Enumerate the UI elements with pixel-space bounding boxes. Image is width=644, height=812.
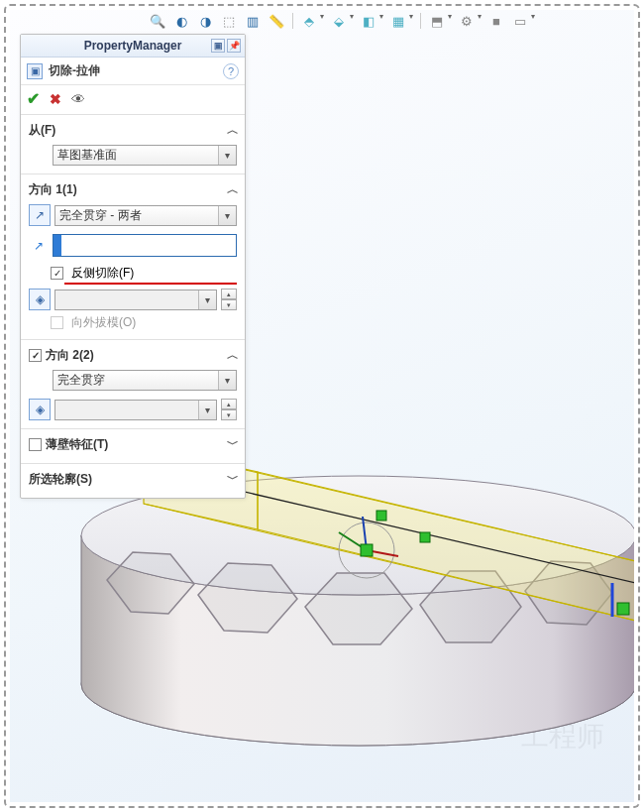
dir1-endcond-combo[interactable]: 完全贯穿 - 两者 ▾ <box>54 205 237 226</box>
caret-icon: ▾ <box>198 401 216 419</box>
dir1-endcond: 完全贯穿 - 两者 <box>59 207 142 224</box>
contours-label: 所选轮廓(S) <box>29 471 92 488</box>
pm-title: PropertyManager <box>84 39 182 53</box>
dir1-section: 方向 1(1) ︿ ↗ 完全贯穿 - 两者 ▾ ↗ ✓ 反侧切除(F) <box>21 174 245 339</box>
cancel-button[interactable]: ✖ <box>50 91 61 107</box>
chevron-down-icon[interactable]: ﹀ <box>227 471 239 488</box>
icon-measure[interactable]: 📏 <box>268 12 285 30</box>
feature-title: 切除-拉伸 <box>49 62 100 79</box>
flip-label: 反侧切除(F) <box>71 265 134 282</box>
icon-display4[interactable]: ▦ <box>389 12 407 30</box>
icon-d5[interactable]: ⬒ <box>428 12 446 30</box>
pm-header: PropertyManager ▣ 📌 <box>21 35 245 58</box>
reverse-dir-icon[interactable]: ↗ <box>29 204 51 226</box>
icon-d8[interactable]: ▭ <box>511 12 529 30</box>
dir2-endcond-combo[interactable]: 完全贯穿 ▾ <box>53 370 237 391</box>
spinner[interactable]: ▴▾ <box>221 289 237 310</box>
preview-icon[interactable]: 👁 <box>71 91 85 107</box>
dir1-vector-input[interactable] <box>53 234 237 257</box>
separator <box>420 13 421 29</box>
help-icon[interactable]: ? <box>223 63 239 79</box>
icon-section[interactable]: ▥ <box>244 12 262 30</box>
direction-arrow-icon: ↗ <box>29 236 49 256</box>
annotation-underline <box>64 283 237 285</box>
icon-view2[interactable]: ◑ <box>196 12 214 30</box>
draft-icon[interactable]: ◈ <box>29 289 51 310</box>
chevron-up-icon[interactable]: ︿ <box>227 181 239 198</box>
separator <box>292 13 293 29</box>
contours-section: 所选轮廓(S) ﹀ <box>21 463 245 498</box>
dir2-label: 方向 2(2) <box>46 347 94 364</box>
property-manager-panel: PropertyManager ▣ 📌 ▣ 切除-拉伸 ? ✔ ✖ 👁 从(F)… <box>20 34 246 499</box>
dir2-section: ✓ 方向 2(2) ︿ 完全贯穿 ▾ ◈ ▾ ▴▾ <box>21 339 245 428</box>
svg-rect-10 <box>420 532 430 542</box>
caret-icon: ▾ <box>218 206 236 225</box>
icon-view1[interactable]: ◐ <box>172 12 190 30</box>
icon-d7[interactable]: ■ <box>487 12 505 30</box>
icon-display1[interactable]: ⬘ <box>300 12 318 30</box>
cut-extrude-icon: ▣ <box>27 63 43 79</box>
draft-label: 向外拔模(O) <box>71 314 136 331</box>
dir2-endcond: 完全贯穿 <box>57 372 105 389</box>
feature-header: ▣ 切除-拉伸 ? <box>21 58 245 85</box>
dir2-checkbox[interactable]: ✓ <box>29 349 42 362</box>
from-value: 草图基准面 <box>57 147 117 164</box>
spinner[interactable]: ▴▾ <box>221 399 237 420</box>
svg-rect-9 <box>376 511 386 521</box>
dir2-draft-combo: ▾ <box>54 400 217 420</box>
icon-display3[interactable]: ◧ <box>360 12 377 30</box>
from-section: 从(F) ︿ 草图基准面 ▾ <box>21 114 245 174</box>
thin-section: 薄壁特征(T) ﹀ <box>21 428 245 463</box>
svg-rect-3 <box>617 603 629 615</box>
icon-zoom[interactable]: 🔍 <box>149 12 166 30</box>
svg-rect-8 <box>361 544 373 556</box>
icon-d6[interactable]: ⚙ <box>458 12 476 30</box>
confirm-row: ✔ ✖ 👁 <box>21 85 245 114</box>
chevron-up-icon[interactable]: ︿ <box>227 122 239 139</box>
from-label: 从(F) <box>29 122 55 139</box>
dir1-draft-combo: ▾ <box>54 290 217 310</box>
caret-icon: ▾ <box>218 146 236 165</box>
thin-label: 薄壁特征(T) <box>46 436 108 453</box>
caret-icon: ▾ <box>198 290 216 309</box>
icon-view3[interactable]: ⬚ <box>220 12 238 30</box>
flip-side-checkbox[interactable]: ✓ <box>51 267 63 280</box>
draft-icon-2[interactable]: ◈ <box>29 399 51 420</box>
chevron-down-icon[interactable]: ﹀ <box>227 436 239 453</box>
dir1-label: 方向 1(1) <box>29 181 77 198</box>
chevron-up-icon[interactable]: ︿ <box>227 347 239 364</box>
view-toolbar: 🔍 ◐ ◑ ⬚ ▥ 📏 ⬘▾ ⬙▾ ◧▾ ▦▾ ⬒▾ ⚙▾ ■ ▭▾ <box>149 12 535 34</box>
pm-keep-visible-icon[interactable]: ▣ <box>211 39 225 53</box>
icon-display2[interactable]: ⬙ <box>330 12 348 30</box>
caret-icon: ▾ <box>218 371 236 390</box>
thin-checkbox[interactable] <box>29 438 42 451</box>
ok-button[interactable]: ✔ <box>27 89 40 108</box>
draft-outward-checkbox <box>51 316 63 329</box>
from-combo[interactable]: 草图基准面 ▾ <box>53 145 237 166</box>
pm-pin-icon[interactable]: 📌 <box>227 39 241 53</box>
